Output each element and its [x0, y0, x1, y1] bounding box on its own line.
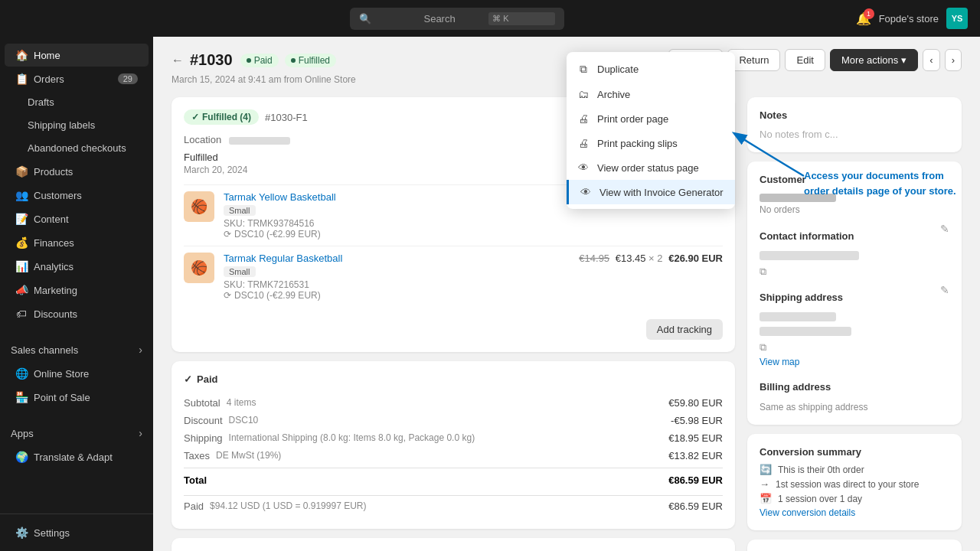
orders-badge: 29 [118, 73, 138, 84]
paid-detail: $94.12 USD (1 USD = 0.919997 EUR) [210, 500, 668, 512]
sidebar-item-products[interactable]: 📦 Products [5, 160, 149, 183]
back-button[interactable]: ← [172, 54, 184, 67]
dropdown-item-view-order-status[interactable]: 👁 View order status page [567, 155, 735, 180]
sidebar-item-home[interactable]: 🏠 Home [5, 44, 149, 67]
sidebar-item-shipping-labels[interactable]: Shipping labels [5, 114, 149, 136]
sidebar-label-settings: Settings [34, 527, 70, 539]
sidebar-label-analytics: Analytics [34, 261, 74, 272]
annotation-text: Access your documents from order details… [804, 168, 957, 198]
shipping-value: €18.95 EUR [668, 432, 723, 444]
prev-order-button[interactable]: ‹ [923, 49, 939, 71]
contact-edit-icon[interactable]: ✎ [940, 223, 949, 235]
subtotal-detail: 4 items [227, 397, 668, 409]
sidebar-item-marketing[interactable]: 📣 Marketing [5, 279, 149, 302]
sidebar-label-shipping-labels: Shipping labels [28, 119, 95, 131]
dropdown-item-print-packing[interactable]: 🖨 Print packing slips [567, 131, 735, 155]
copy-icon[interactable]: ⧉ [760, 266, 766, 277]
print-order-icon: 🖨 [577, 112, 590, 125]
taxes-value: €13.82 EUR [668, 450, 723, 461]
location-label: Location [184, 134, 221, 145]
payment-paid-row: Paid $94.12 USD (1 USD = 0.919997 EUR) €… [184, 495, 723, 517]
total-label: Total [184, 474, 207, 486]
home-icon: 🏠 [15, 49, 28, 61]
sidebar-item-translate-adapt[interactable]: 🌍 Translate & Adapt [5, 445, 149, 468]
conversion-card: Conversion summary 🔄 This is their 0th o… [747, 434, 962, 530]
billing-section-row: Billing address [760, 373, 949, 397]
shipping-section-row: Shipping address ✎ [760, 284, 949, 308]
sales-channels-header: Sales channels › [0, 338, 153, 361]
sales-channels-expand-icon[interactable]: › [139, 344, 142, 356]
payment-header-label: Paid [197, 373, 217, 385]
sidebar-label-online-store: Online Store [34, 368, 89, 380]
sidebar-item-abandoned-checkouts[interactable]: Abandoned checkouts [5, 137, 149, 159]
conversion-row-2: 📅 1 session over 1 day [760, 493, 949, 504]
fraud-card: Fraud analysis ☰ Low Medium High [747, 540, 962, 551]
product-name-2[interactable]: Tarmak Regular Basketball [224, 253, 570, 264]
content-icon: 📝 [15, 213, 28, 225]
sidebar-label-customers: Customers [34, 190, 82, 201]
sidebar-label-marketing: Marketing [34, 285, 77, 296]
dropdown-item-archive[interactable]: 🗂 Archive [567, 82, 735, 106]
sidebar-item-customers[interactable]: 👥 Customers [5, 184, 149, 207]
conversion-text-1: 1st session was direct to your store [776, 479, 919, 490]
view-invoice-label: View with Invoice Generator [599, 187, 724, 198]
payment-row-subtotal: Subtotal 4 items €59.80 EUR [184, 394, 723, 412]
product-name-1[interactable]: Tarmak Yellow Basketball [224, 191, 570, 203]
notification-icon[interactable]: 🔔 1 [856, 11, 871, 26]
sidebar-item-drafts[interactable]: Drafts [5, 91, 149, 113]
paid-badge: Paid [240, 54, 279, 67]
next-order-button[interactable]: › [945, 49, 962, 71]
sidebar-label-finances: Finances [34, 237, 74, 249]
shipping-copy-icon[interactable]: ⧉ [760, 341, 766, 353]
total-value: €86.59 EUR [668, 474, 723, 486]
apps-expand-icon[interactable]: › [139, 427, 142, 439]
order-title: #1030 [190, 51, 233, 69]
sidebar-footer: ⚙️ Settings [0, 514, 153, 551]
more-actions-button[interactable]: More actions ▾ [830, 49, 918, 71]
shipping-edit-icon[interactable]: ✎ [940, 284, 949, 296]
analytics-icon: 📊 [15, 260, 28, 272]
dropdown-item-print-order[interactable]: 🖨 Print order page [567, 106, 735, 131]
view-conversion-details-link[interactable]: View conversion details [760, 507, 949, 518]
add-tracking-button[interactable]: Add tracking [646, 319, 723, 340]
sidebar-label-drafts: Drafts [28, 96, 54, 108]
paid-value: €86.59 EUR [668, 500, 723, 512]
sidebar-item-analytics[interactable]: 📊 Analytics [5, 255, 149, 278]
conversion-icon-0: 🔄 [760, 464, 772, 475]
sidebar-item-orders[interactable]: 📋 Orders 29 [5, 67, 149, 90]
sidebar-label-discounts: Discounts [34, 308, 77, 320]
product-row-2: 🏀 Tarmak Regular Basketball Small SKU: T… [184, 246, 723, 307]
settings-icon: ⚙️ [15, 527, 28, 539]
sidebar-item-point-of-sale[interactable]: 🏪 Point of Sale [5, 386, 149, 409]
search-bar[interactable]: 🔍 Search ⌘ K [350, 8, 564, 30]
sidebar-item-finances[interactable]: 💰 Finances [5, 231, 149, 254]
fulfilled-badge-label: Fulfilled (4) [202, 112, 251, 122]
apps-label: Apps [11, 428, 34, 439]
archive-icon: 🗂 [577, 88, 590, 100]
product-qty-2: × 2 [648, 253, 662, 264]
sales-channels-label: Sales channels [11, 344, 78, 356]
user-avatar[interactable]: YS [946, 8, 968, 29]
sidebar-label-translate-adapt: Translate & Adapt [34, 452, 113, 463]
dropdown-item-view-invoice[interactable]: 👁 View with Invoice Generator [567, 180, 735, 204]
sidebar-item-discounts[interactable]: 🏷 Discounts [5, 302, 149, 325]
payment-icon: ✓ [184, 373, 192, 385]
conversion-row-1: → 1st session was direct to your store [760, 478, 949, 490]
billing-addr-label: Billing address [760, 381, 831, 393]
sidebar-item-settings[interactable]: ⚙️ Settings [5, 521, 149, 544]
payment-row-total: Total €86.59 EUR [184, 468, 723, 489]
more-actions-dropdown: ⧉ Duplicate 🗂 Archive 🖨 Print order page… [567, 52, 735, 209]
customers-icon: 👥 [15, 189, 28, 201]
dropdown-item-duplicate[interactable]: ⧉ Duplicate [567, 57, 735, 82]
return-button[interactable]: Return [727, 49, 780, 71]
fulfilled-order-id: #1030-F1 [265, 112, 308, 123]
view-map-link[interactable]: View map [760, 357, 949, 367]
edit-button[interactable]: Edit [785, 49, 825, 71]
product-sku-2: SKU: TRMK7216531 [224, 279, 570, 290]
product-sku-1: SKU: TRMK93784516 [224, 218, 570, 229]
price-original-2: €14.95 [579, 253, 609, 264]
sidebar-item-content[interactable]: 📝 Content [5, 207, 149, 230]
product-image-1: 🏀 [184, 191, 214, 222]
sidebar-item-online-store[interactable]: 🌐 Online Store [5, 362, 149, 385]
timeline-card: Timeline SA Leave a comment... ☺ @ # 🔗 [172, 538, 735, 551]
